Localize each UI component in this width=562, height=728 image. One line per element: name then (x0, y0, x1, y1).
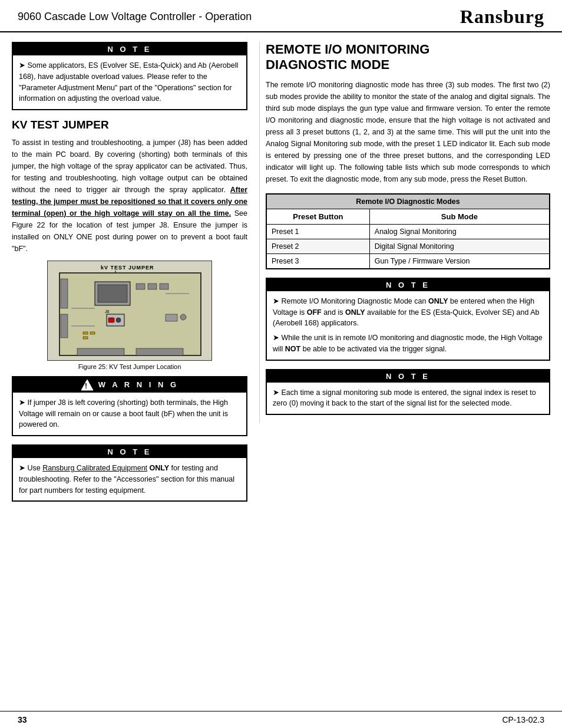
svg-text:J8: J8 (105, 309, 110, 314)
svg-rect-25 (180, 314, 186, 320)
footer-page-number: 33 (18, 715, 27, 724)
note-header-2: N O T E (13, 446, 246, 458)
table-col1-header: Preset Button (266, 209, 369, 224)
page: 9060 Cascade Low Voltage Controller - Op… (0, 0, 562, 728)
svg-rect-24 (166, 314, 177, 321)
svg-rect-6 (61, 314, 68, 338)
content-area: N O T E ➤ Some applicators, ES (Evolver … (0, 32, 562, 539)
left-column: N O T E ➤ Some applicators, ES (Evolver … (12, 42, 259, 510)
remote-io-title-line2: DIAGNOSTIC MODE (266, 57, 389, 72)
note-header-1: N O T E (13, 43, 246, 55)
pcb-diagram: kV TEST JUMPER (47, 261, 212, 361)
note-content-2: ➤ Use Ransburg Calibrated Equipment ONLY… (13, 458, 246, 500)
page-footer: 33 CP-13-02.3 (0, 711, 562, 728)
figure-container: kV TEST JUMPER (12, 261, 247, 370)
svg-rect-16 (77, 348, 124, 355)
svg-text:kV TEST JUMPER: kV TEST JUMPER (101, 265, 154, 271)
mode-1: Analog Signal Monitoring (369, 224, 550, 239)
svg-rect-21 (83, 332, 88, 334)
note-box-3: N O T E ➤ Remote I/O Monitoring Diagnost… (266, 278, 550, 361)
note3-text-2: ➤ While the unit is in remote I/O monito… (273, 332, 543, 355)
figure-caption: Figure 25: KV Test Jumper Location (12, 363, 247, 370)
note-header-4: N O T E (267, 370, 549, 383)
note-content-4: ➤ Each time a signal monitoring sub mode… (267, 383, 549, 414)
svg-rect-11 (160, 284, 168, 289)
table-row: Preset 1 Analog Signal Monitoring (266, 224, 550, 239)
note4-text: ➤ Each time a signal monitoring sub mode… (273, 387, 543, 410)
note3-text-1: ➤ Remote I/O Monitoring Diagnostic Mode … (273, 296, 543, 329)
svg-rect-15 (108, 318, 114, 322)
svg-text:!: ! (85, 382, 90, 390)
note2-text: ➤ Use Ransburg Calibrated Equipment ONLY… (19, 463, 240, 496)
footer-doc-number: CP-13-02.3 (502, 715, 544, 724)
kv-test-title: KV TEST JUMPER (12, 118, 247, 132)
svg-rect-22 (90, 332, 95, 334)
table-col2-header: Sub Mode (369, 209, 550, 224)
note-content-3: ➤ Remote I/O Monitoring Diagnostic Mode … (267, 291, 549, 360)
note-box-4: N O T E ➤ Each time a signal monitoring … (266, 369, 550, 416)
warning-label: W A R N I N G (98, 380, 178, 389)
note-box-1: N O T E ➤ Some applicators, ES (Evolver … (12, 42, 247, 110)
preset-3: Preset 3 (266, 253, 369, 269)
right-column: REMOTE I/O MONITORING DIAGNOSTIC MODE Th… (259, 42, 550, 423)
table-row: Preset 2 Digital Signal Monitoring (266, 239, 550, 253)
table-title: Remote I/O Diagnostic Modes (266, 194, 550, 209)
svg-rect-9 (136, 284, 145, 289)
warning-content: ➤ If jumper J8 is left covering (shortin… (13, 393, 246, 435)
pcb-svg: kV TEST JUMPER (48, 261, 212, 361)
note-box-2: N O T E ➤ Use Ransburg Calibrated Equipm… (12, 444, 247, 502)
page-header: 9060 Cascade Low Voltage Controller - Op… (0, 0, 562, 32)
note-header-3: N O T E (267, 279, 549, 291)
note-content-1: ➤ Some applicators, ES (Evolver SE, Esta… (13, 55, 246, 109)
page-title: 9060 Cascade Low Voltage Controller - Op… (18, 11, 252, 23)
warning-box: ! W A R N I N G ➤ If jumper J8 is left c… (12, 376, 247, 436)
kv-body-1: To assist in testing and troubleshooting… (12, 139, 247, 194)
preset-1: Preset 1 (266, 224, 369, 239)
warning-icon: ! (81, 379, 94, 391)
remote-io-title: REMOTE I/O MONITORING DIAGNOSTIC MODE (266, 42, 550, 73)
remote-io-intro: The remote I/O monitoring diagnostic mod… (266, 79, 550, 185)
svg-rect-23 (83, 337, 88, 339)
note1-text: ➤ Some applicators, ES (Evolver SE, Esta… (19, 60, 240, 104)
svg-point-14 (116, 318, 121, 322)
warning-header: ! W A R N I N G (13, 377, 246, 393)
brand-logo: Ransburg (460, 6, 544, 28)
diagnostic-table: Remote I/O Diagnostic Modes Preset Butto… (266, 193, 550, 269)
warning-text: ➤ If jumper J8 is left covering (shortin… (19, 397, 240, 430)
mode-3: Gun Type / Firmware Version (369, 253, 550, 269)
table-row: Preset 3 Gun Type / Firmware Version (266, 253, 550, 269)
svg-rect-8 (98, 285, 127, 302)
mode-2: Digital Signal Monitoring (369, 239, 550, 253)
preset-2: Preset 2 (266, 239, 369, 253)
svg-rect-5 (61, 279, 68, 308)
kv-test-body: To assist in testing and troubleshooting… (12, 137, 247, 255)
svg-rect-17 (136, 348, 183, 355)
remote-io-title-line1: REMOTE I/O MONITORING (266, 42, 429, 57)
svg-rect-10 (148, 284, 157, 289)
